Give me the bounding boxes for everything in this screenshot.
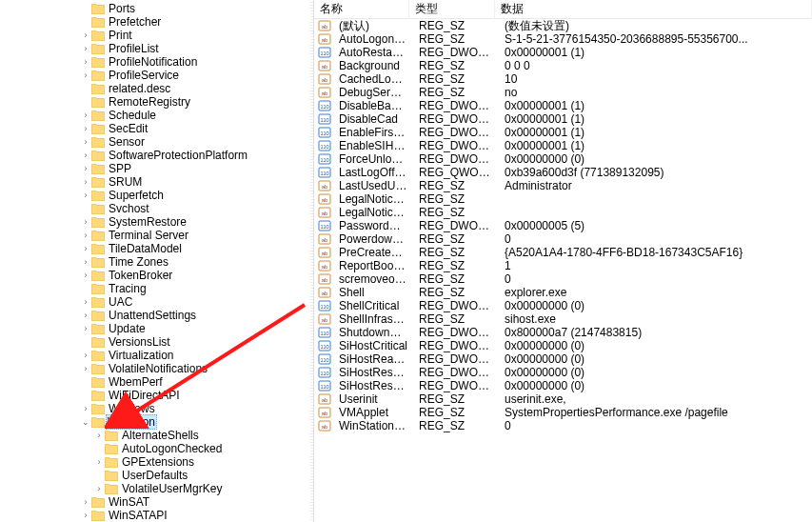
value-row[interactable]: 110AutoRestartShellREG_DWORD0x00000001 (… [314, 46, 812, 59]
chevron-right-icon[interactable]: › [80, 149, 91, 162]
chevron-right-icon[interactable]: › [80, 189, 91, 202]
tree-item-windows[interactable]: ›Windows [0, 402, 313, 415]
tree-pane[interactable]: PortsPrefetcher›Print›ProfileList›Profil… [0, 0, 314, 522]
tree-item-virtualization[interactable]: ›Virtualization [0, 349, 313, 362]
value-row[interactable]: 110EnableSIHostIn...REG_DWORD0x00000001 … [314, 139, 812, 152]
tree-item-unattendsettings[interactable]: ›UnattendSettings [0, 309, 313, 322]
tree-item-srum[interactable]: ›SRUM [0, 175, 313, 189]
tree-item-svchost[interactable]: Svchost [0, 202, 313, 215]
value-row[interactable]: abShellInfrastruct...REG_SZsihost.exe [314, 312, 812, 326]
value-row[interactable]: 110SiHostRestartC...REG_DWORD0x00000000 … [314, 366, 812, 379]
chevron-right-icon[interactable]: › [80, 122, 91, 135]
tree-item-wifidirectapi[interactable]: WiFiDirectAPI [0, 389, 313, 402]
tree-item-terminal-server[interactable]: ›Terminal Server [0, 229, 313, 242]
chevron-right-icon[interactable]: › [80, 42, 91, 55]
tree-item-remoteregistry[interactable]: RemoteRegistry [0, 95, 313, 109]
value-row[interactable]: 110SiHostRestartTi...REG_DWORD0x00000000… [314, 379, 812, 392]
value-row[interactable]: abDebugServerCo...REG_SZno [314, 86, 812, 99]
value-row[interactable]: abShellREG_SZexplorer.exe [314, 286, 812, 299]
value-row[interactable]: 110DisableCadREG_DWORD0x00000001 (1) [314, 112, 812, 126]
chevron-right-icon[interactable]: › [80, 109, 91, 122]
value-row[interactable]: abPreCreateKnow...REG_SZ{A520A1A4-1780-4… [314, 246, 812, 259]
chevron-right-icon[interactable]: › [80, 162, 91, 175]
tree-item-print[interactable]: ›Print [0, 29, 313, 42]
value-row[interactable]: 110SiHostReadyTi...REG_DWORD0x00000000 (… [314, 352, 812, 366]
tree-item-superfetch[interactable]: ›Superfetch [0, 189, 313, 202]
chevron-right-icon[interactable]: › [93, 455, 105, 469]
chevron-right-icon[interactable]: › [80, 69, 91, 82]
value-row[interactable]: abscremoveoptionREG_SZ0 [314, 272, 812, 286]
chevron-right-icon[interactable]: › [80, 242, 91, 255]
chevron-right-icon[interactable]: › [80, 29, 91, 42]
chevron-right-icon[interactable]: › [80, 55, 91, 69]
chevron-right-icon[interactable]: › [80, 322, 91, 335]
value-row[interactable]: abLegalNoticeCap...REG_SZ [314, 192, 812, 206]
value-row[interactable]: 110EnableFirstLogo...REG_DWORD0x00000001… [314, 126, 812, 139]
tree-item-ports[interactable]: Ports [0, 2, 313, 15]
tree-item-tiledatamodel[interactable]: ›TileDataModel [0, 242, 313, 255]
value-row[interactable]: abVMAppletREG_SZSystemPropertiesPerforma… [314, 406, 812, 419]
value-row[interactable]: ab(默认)REG_SZ(数值未设置) [314, 19, 812, 32]
chevron-down-icon[interactable]: ⌄ [80, 415, 91, 429]
chevron-right-icon[interactable]: › [80, 255, 91, 269]
splitter[interactable] [310, 0, 314, 522]
tree-item-volatilenotifications[interactable]: ›VolatileNotifications [0, 362, 313, 375]
chevron-right-icon[interactable]: › [80, 295, 91, 309]
column-header-type[interactable]: 类型 [409, 0, 495, 19]
value-row[interactable]: abCachedLogons...REG_SZ10 [314, 72, 812, 86]
tree-item-tokenbroker[interactable]: ›TokenBroker [0, 269, 313, 282]
tree-item-winsat[interactable]: ›WinSAT [0, 495, 313, 509]
value-row[interactable]: 110LastLogOffEndT...REG_QWORD0xb39a600d3… [314, 166, 812, 179]
tree-item-profilenotification[interactable]: ›ProfileNotification [0, 55, 313, 69]
chevron-right-icon[interactable]: › [80, 135, 91, 149]
tree-item-sensor[interactable]: ›Sensor [0, 135, 313, 149]
tree-item-softwareprotectionplatform[interactable]: ›SoftwareProtectionPlatform [0, 149, 313, 162]
chevron-right-icon[interactable]: › [80, 402, 91, 415]
tree-item-gpextensions[interactable]: ›GPExtensions [0, 455, 313, 469]
chevron-right-icon[interactable]: › [80, 215, 91, 229]
value-row[interactable]: 110ShellCriticalREG_DWORD0x00000000 (0) [314, 299, 812, 312]
values-pane[interactable]: 名称 类型 数据 ab(默认)REG_SZ(数值未设置)abAutoLogonS… [314, 0, 812, 522]
column-header-data[interactable]: 数据 [495, 0, 812, 19]
chevron-right-icon[interactable]: › [93, 429, 105, 442]
chevron-right-icon[interactable]: › [80, 309, 91, 322]
column-header-name[interactable]: 名称 [314, 0, 409, 19]
value-row[interactable]: 110SiHostCriticalREG_DWORD0x00000000 (0) [314, 339, 812, 352]
tree-item-profilelist[interactable]: ›ProfileList [0, 42, 313, 55]
tree-item-time-zones[interactable]: ›Time Zones [0, 255, 313, 269]
chevron-right-icon[interactable]: › [80, 269, 91, 282]
tree-item-tracing[interactable]: Tracing [0, 282, 313, 295]
value-row[interactable]: 110ForceUnlockLo...REG_DWORD0x00000000 (… [314, 152, 812, 166]
chevron-right-icon[interactable]: › [80, 362, 91, 375]
chevron-right-icon[interactable]: › [80, 509, 91, 522]
tree-item-spp[interactable]: ›SPP [0, 162, 313, 175]
tree-item-alternateshells[interactable]: ›AlternateShells [0, 429, 313, 442]
value-row[interactable]: 110ShutdownFlagsREG_DWORD0x800000a7 (214… [314, 326, 812, 339]
value-row[interactable]: 110PasswordExpiry...REG_DWORD0x00000005 … [314, 219, 812, 232]
tree-item-uac[interactable]: ›UAC [0, 295, 313, 309]
tree-item-schedule[interactable]: ›Schedule [0, 109, 313, 122]
chevron-right-icon[interactable]: › [80, 349, 91, 362]
tree-item-systemrestore[interactable]: ›SystemRestore [0, 215, 313, 229]
value-row[interactable]: abUserinitREG_SZuserinit.exe, [314, 392, 812, 406]
chevron-right-icon[interactable]: › [80, 175, 91, 189]
value-row[interactable]: abBackgroundREG_SZ0 0 0 [314, 59, 812, 72]
value-row[interactable]: abWinStationsDis...REG_SZ0 [314, 419, 812, 432]
value-row[interactable]: 110DisableBackBut...REG_DWORD0x00000001 … [314, 99, 812, 112]
tree-item-secedit[interactable]: ›SecEdit [0, 122, 313, 135]
tree-item-winlogon[interactable]: ⌄Winlogon [0, 415, 313, 429]
tree-item-versionslist[interactable]: VersionsList [0, 335, 313, 349]
value-row[interactable]: abLastUsedUsern...REG_SZAdministrator [314, 179, 812, 192]
tree-item-winsatapi[interactable]: ›WinSATAPI [0, 509, 313, 522]
tree-item-wbemperf[interactable]: WbemPerf [0, 375, 313, 389]
value-row[interactable]: abLegalNoticeTextREG_SZ [314, 206, 812, 219]
value-row[interactable]: abAutoLogonSIDREG_SZS-1-5-21-3776154350-… [314, 32, 812, 46]
value-row[interactable]: abReportBootOkREG_SZ1 [314, 259, 812, 272]
chevron-right-icon[interactable]: › [80, 229, 91, 242]
chevron-right-icon[interactable]: › [80, 495, 91, 509]
tree-item-autologonchecked[interactable]: AutoLogonChecked [0, 442, 313, 455]
tree-item-prefetcher[interactable]: Prefetcher [0, 15, 313, 29]
chevron-right-icon[interactable]: › [93, 482, 105, 495]
tree-item-update[interactable]: ›Update [0, 322, 313, 335]
tree-item-volatileusermgrkey[interactable]: ›VolatileUserMgrKey [0, 482, 313, 495]
